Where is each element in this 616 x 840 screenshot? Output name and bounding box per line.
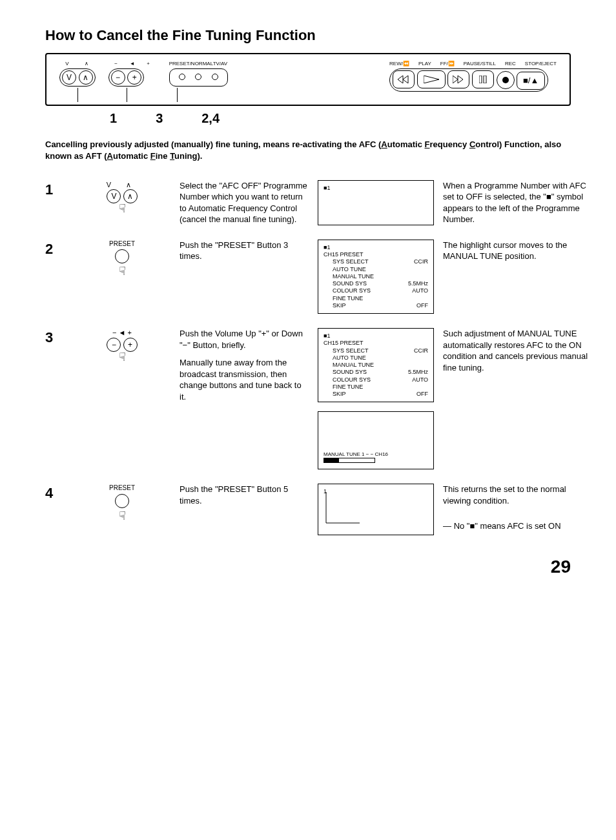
menu-colour-sys: COLOUR SYS (333, 376, 371, 384)
pause-button[interactable] (472, 70, 494, 88)
menu-sound-sys-val: 5.5MHz (408, 280, 428, 287)
menu-auto-tune: AUTO TUNE (333, 354, 366, 362)
label-stop: STOP/EJECT (525, 61, 557, 68)
step-1-number: 1 (45, 180, 65, 200)
svg-marker-4 (458, 76, 463, 83)
menu-sys-select-val: CCIR (414, 258, 428, 265)
callout-3: 3 (156, 110, 163, 127)
menu-sys-select: SYS SELECT (333, 258, 369, 265)
page-title: How to Cancel the Fine Tuning Function (45, 26, 571, 45)
label-minus: − (108, 61, 124, 68)
label-up: ∧ (79, 61, 94, 68)
panel-callouts: 1 3 2,4 (45, 110, 571, 127)
step-4-icon-label: PRESET (74, 484, 170, 493)
step-4-instruction: Push the "PRESET" Button 5 times. (180, 484, 309, 506)
step-2: 2 PRESET ☟ Push the "PRESET" Button 3 ti… (45, 240, 571, 314)
step-2-instruction: Push the "PRESET" Button 3 times. (180, 240, 309, 262)
control-panel-diagram: V ∧ V ∧ − ◄ + − + PRE (45, 53, 571, 107)
step-4-result-a: This returns the set to the normal viewi… (443, 484, 591, 506)
label-pause: PAUSE/STILL (464, 61, 496, 68)
preset-press-icon (115, 249, 129, 263)
step-4: 4 PRESET ☟ Push the "PRESET" Button 5 ti… (45, 484, 571, 535)
step-3-screen-2: MANUAL TUNE 1 − − CH16 (318, 411, 434, 469)
step-3-number: 3 (45, 328, 65, 347)
svg-marker-3 (453, 76, 458, 83)
step-3-instruction: Push the Volume Up "+" or Down "−" Butto… (180, 328, 309, 402)
callout-1: 1 (110, 110, 117, 127)
menu-sys-select-val: CCIR (414, 347, 428, 354)
vol-down-button[interactable]: − (111, 70, 125, 85)
rew-button[interactable] (393, 70, 415, 88)
manual-tune-label: MANUAL TUNE 1 − − CH16 (323, 451, 428, 458)
step-4-result-b: — No "■" means AFC is set ON (443, 520, 591, 532)
step-1-instruction: Select the "AFC OFF" Programme Number wh… (180, 180, 309, 225)
label-v: V (59, 61, 75, 68)
step-1-screen: ■1 (318, 180, 434, 225)
tvav-button[interactable] (212, 74, 218, 80)
svg-marker-1 (403, 76, 408, 83)
menu-colour-sys: COLOUR SYS (333, 287, 371, 294)
label-vol-icon: ◄ (128, 61, 137, 68)
screen-top: ■1 (323, 244, 428, 251)
vol-up-button[interactable]: + (127, 70, 141, 85)
play-button[interactable] (417, 70, 446, 88)
tune-bar-icon (323, 458, 375, 463)
step-4-result: This returns the set to the normal viewi… (443, 484, 591, 532)
step-2-icon-label: PRESET (74, 240, 170, 249)
menu-colour-sys-val: AUTO (412, 376, 428, 384)
v-up-button[interactable]: ∧ (79, 70, 93, 85)
step-3: 3 − ◄ + − + ☟ Push the Volume Up "+" or … (45, 328, 571, 469)
menu-sound-sys: SOUND SYS (333, 369, 367, 376)
menu-skip-val: OFF (416, 391, 428, 398)
hand-press-icon: ☟ (74, 349, 170, 365)
step-2-screen: ■1 CH15 PRESET SYS SELECTCCIR AUTO TUNE … (318, 240, 434, 314)
label-ff: FF/⏩ (440, 61, 455, 68)
menu-fine-tune: FINE TUNE (333, 384, 363, 391)
menu-sys-select: SYS SELECT (333, 347, 369, 354)
menu-skip: SKIP (333, 391, 346, 398)
menu-manual-tune: MANUAL TUNE (333, 273, 374, 280)
menu-fine-tune: FINE TUNE (333, 295, 363, 302)
screen-top: ■1 (323, 333, 428, 340)
v-down-button[interactable]: V (62, 70, 76, 85)
menu-skip-val: OFF (416, 302, 428, 309)
step-3-result: Such adjustment of MANUAL TUNE automatic… (443, 328, 591, 373)
normal-button[interactable] (195, 74, 201, 80)
menu-manual-tune: MANUAL TUNE (333, 362, 374, 369)
step-2-number: 2 (45, 240, 65, 259)
step-3-screen-1: ■1 CH15 PRESET SYS SELECTCCIR AUTO TUNE … (318, 328, 434, 402)
stop-eject-button[interactable]: ■/▲ (517, 72, 545, 90)
step-1-screen-line: ■1 (323, 185, 428, 192)
hand-press-icon: ☟ (74, 508, 170, 524)
menu-auto-tune: AUTO TUNE (333, 266, 366, 273)
step-3-instr-a: Push the Volume Up "+" or Down "−" Butto… (180, 328, 309, 351)
menu-colour-sys-val: AUTO (412, 287, 428, 294)
intro-text: Cancelling previously adjusted (manually… (45, 139, 571, 161)
step-3-instr-b: Manually tune away from the broadcast tr… (180, 357, 309, 402)
step-4-number: 4 (45, 484, 65, 503)
menu-sound-sys-val: 5.5MHz (408, 369, 428, 376)
hand-press-icon: ☟ (74, 201, 170, 216)
step-3-icon-labels: − ◄ + (74, 328, 170, 338)
label-rew: REW/⏪ (389, 61, 409, 68)
svg-marker-2 (424, 76, 439, 83)
label-play: PLAY (418, 61, 431, 68)
preset-button[interactable] (179, 74, 185, 80)
screen-line2: CH15 PRESET (323, 251, 428, 258)
svg-rect-6 (484, 76, 486, 83)
preset-press-icon (115, 494, 129, 508)
svg-rect-5 (479, 76, 482, 83)
label-rec: REC (505, 61, 516, 68)
step-1-icon-labels: V ∧ (74, 180, 170, 190)
step-2-result: The highlight cursor moves to the MANUAL… (443, 240, 591, 262)
screen-line2: CH15 PRESET (323, 340, 428, 347)
label-tvav: TV/AV (213, 61, 228, 68)
step-4-screen: 1 (318, 484, 434, 535)
label-plus: + (141, 61, 156, 68)
hand-press-icon: ☟ (74, 263, 170, 279)
menu-sound-sys: SOUND SYS (333, 280, 367, 287)
menu-skip: SKIP (333, 302, 346, 309)
label-preset-normal: PRESET/NORMAL (169, 61, 209, 68)
ff-button[interactable] (447, 70, 469, 88)
rec-button[interactable] (497, 71, 515, 89)
